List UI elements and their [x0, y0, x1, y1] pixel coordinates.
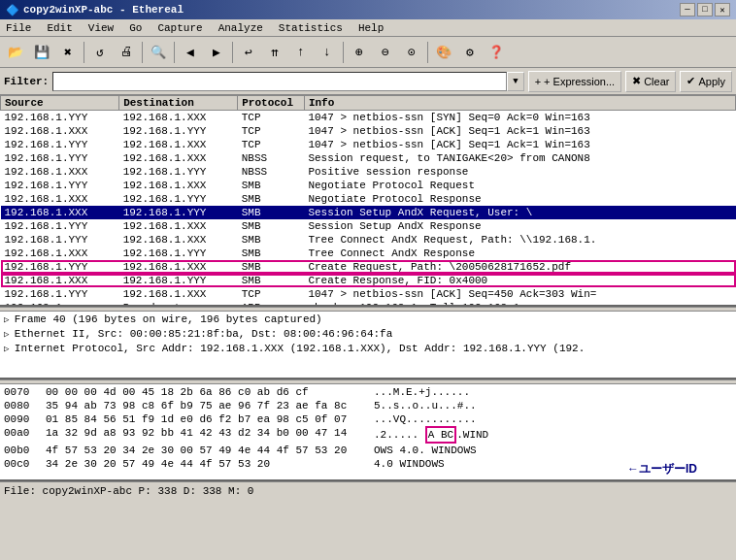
detail-row[interactable]: Internet Protocol, Src Addr: 192.168.1.X… [4, 342, 732, 356]
apply-button[interactable]: ✔ Apply [680, 71, 732, 92]
menu-view[interactable]: View [86, 22, 116, 34]
col-header-proto[interactable]: Protocol [238, 96, 305, 111]
forward-button[interactable]: ▶ [204, 40, 229, 65]
hex-bytes: 00 00 00 4d 00 45 18 2b 6a 86 c0 ab d6 c… [46, 385, 366, 399]
zoom-reset-button[interactable]: ⊙ [399, 40, 424, 65]
cell-dest: 192.168.1.XXX [119, 138, 238, 151]
back-button[interactable]: ◀ [178, 40, 203, 65]
cell-info: Session request, to TANIGAKE<20> from CA… [304, 151, 735, 165]
hex-offset: 0070 [4, 385, 38, 399]
goto-button[interactable]: ↩ [236, 40, 261, 65]
cell-info: Positive session response [304, 165, 735, 179]
cell-proto: ARP [238, 301, 305, 307]
zoom-out-button[interactable]: ⊖ [373, 40, 398, 65]
hex-ascii: .2..... A BC.WIND [374, 426, 488, 444]
table-row[interactable]: 192.168.1.XXX192.168.1.YYYNBSSPositive s… [1, 165, 736, 179]
table-row[interactable]: 192.168.1.YYY192.168.1.XXXTCP1047 > netb… [1, 138, 736, 151]
cell-dest: 192.168.1.YYY [119, 124, 238, 138]
find-button[interactable]: 🔍 [146, 40, 171, 65]
maximize-button[interactable]: □ [697, 3, 713, 16]
menu-statistics[interactable]: Statistics [277, 22, 345, 34]
cell-info: 1047 > netbios-ssn [ACK] Seq=1 Ack=1 Win… [304, 124, 735, 138]
title-bar-controls[interactable]: ─ □ ✕ [680, 3, 730, 16]
menu-file[interactable]: File [4, 22, 33, 34]
filter-input[interactable] [52, 72, 507, 91]
table-row[interactable]: 192.168.1.YYY192.168.1.XXXSMBTree Connec… [1, 233, 736, 247]
cell-info: Tree Connect AndX Request, Path: \\192.1… [304, 233, 735, 247]
next-button[interactable]: ↓ [315, 40, 340, 65]
col-header-source[interactable]: Source [1, 96, 119, 111]
toolbar: 📂 💾 ✖ ↺ 🖨 🔍 ◀ ▶ ↩ ⇈ ↑ ↓ ⊕ ⊖ ⊙ 🎨 ⚙ ❓ [0, 37, 736, 68]
close-button[interactable]: ✕ [715, 3, 730, 16]
prev-button[interactable]: ↑ [288, 40, 314, 65]
clear-button[interactable]: ✖ Clear [625, 71, 676, 92]
minimize-button[interactable]: ─ [680, 3, 695, 16]
cell-proto: TCP [238, 138, 305, 151]
colorize-button[interactable]: 🎨 [431, 40, 456, 65]
menu-edit[interactable]: Edit [45, 22, 74, 34]
hex-bytes: 01 85 84 56 51 f9 1d e0 d6 f2 b7 ea 98 c… [46, 412, 366, 426]
detail-row[interactable]: Ethernet II, Src: 00:00:85:21:8f:ba, Dst… [4, 327, 732, 342]
first-button[interactable]: ⇈ [262, 40, 287, 65]
table-row[interactable]: 192.168.1.BroadcastARPwho has 192.168.1.… [1, 301, 736, 307]
menu-analyze[interactable]: Analyze [217, 22, 265, 34]
table-row[interactable]: 192.168.1.YYY192.168.1.XXXSMBSession Set… [1, 219, 736, 233]
cell-proto: SMB [238, 179, 305, 192]
table-row[interactable]: 192.168.1.YYY192.168.1.XXXSMBCreate Requ… [1, 260, 736, 274]
hex-offset: 0090 [4, 412, 38, 426]
zoom-in-button[interactable]: ⊕ [347, 40, 372, 65]
cell-proto: TCP [238, 111, 305, 125]
separator-2 [142, 42, 143, 63]
expression-button[interactable]: + + Expression... [528, 71, 622, 92]
separator-3 [174, 42, 175, 63]
cell-proto: SMB [238, 233, 305, 247]
menu-go[interactable]: Go [127, 22, 144, 34]
table-row[interactable]: 192.168.1.YYY192.168.1.XXXNBSSSession re… [1, 151, 736, 165]
save-button[interactable]: 💾 [29, 40, 54, 65]
print-button[interactable]: 🖨 [114, 40, 139, 65]
separator-5 [343, 42, 344, 63]
hex-offset: 00c0 [4, 457, 38, 471]
cell-info: Negotiate Protocol Response [304, 192, 735, 206]
hex-row: 00a01a 32 9d a8 93 92 bb 41 42 43 d2 34 … [4, 426, 732, 444]
cell-source: 192.168.1.YYY [1, 233, 119, 247]
table-row[interactable]: 192.168.1.XXX192.168.1.YYYSMBCreate Resp… [1, 274, 736, 287]
table-row[interactable]: 192.168.1.XXX192.168.1.YYYSMBTree Connec… [1, 247, 736, 260]
cell-info: Session Setup AndX Response [304, 219, 735, 233]
table-row[interactable]: 192.168.1.YYY192.168.1.XXXSMBNegotiate P… [1, 179, 736, 192]
table-row[interactable]: 192.168.1.YYY192.168.1.XXXTCP1047 > netb… [1, 287, 736, 301]
filter-label: Filter: [4, 76, 49, 87]
cell-proto: SMB [238, 260, 305, 274]
separator-4 [232, 42, 233, 63]
hex-ascii: OWS 4.0. WINDOWS [374, 444, 477, 457]
expression-icon: + [535, 76, 541, 87]
prefs-button[interactable]: ⚙ [457, 40, 483, 65]
cell-source: 192.168.1.XXX [1, 192, 119, 206]
help-tb-button[interactable]: ❓ [484, 40, 509, 65]
detail-row[interactable]: Frame 40 (196 bytes on wire, 196 bytes c… [4, 313, 732, 327]
table-row[interactable]: 192.168.1.YYY192.168.1.XXXTCP1047 > netb… [1, 111, 736, 125]
reload-button[interactable]: ↺ [87, 40, 113, 65]
cell-source: 192.168.1.XXX [1, 274, 119, 287]
filter-dropdown-button[interactable]: ▼ [507, 72, 523, 91]
cell-proto: NBSS [238, 151, 305, 165]
table-row[interactable]: 192.168.1.XXX192.168.1.YYYTCP1047 > netb… [1, 124, 736, 138]
cell-info: 1047 > netbios-ssn [SYN] Seq=0 Ack=0 Win… [304, 111, 735, 125]
cell-info: Session Setup AndX Request, User: \ [304, 206, 735, 219]
cell-source: 192.168.1.YYY [1, 111, 119, 125]
menu-capture[interactable]: Capture [155, 22, 204, 34]
menu-help[interactable]: Help [356, 22, 385, 34]
cell-info: Tree Connect AndX Response [304, 247, 735, 260]
col-header-dest[interactable]: Destination [119, 96, 238, 111]
hex-ascii: ...M.E.+j...... [374, 385, 470, 399]
cell-source: 192.168.1.YYY [1, 287, 119, 301]
table-row[interactable]: 192.168.1.XXX192.168.1.YYYSMBNegotiate P… [1, 192, 736, 206]
close-capture-button[interactable]: ✖ [55, 40, 81, 65]
table-row[interactable]: 192.168.1.XXX192.168.1.YYYSMBSession Set… [1, 206, 736, 219]
open-button[interactable]: 📂 [3, 40, 28, 65]
app-icon: 🔷 [6, 4, 19, 16]
col-header-info[interactable]: Info [304, 96, 735, 111]
hex-ascii: ...VQ........... [374, 412, 477, 426]
cell-dest: 192.168.1.YYY [119, 165, 238, 179]
cell-source: 192.168.1.YYY [1, 138, 119, 151]
